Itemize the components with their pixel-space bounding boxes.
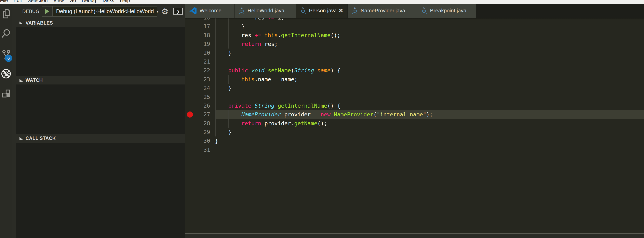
menu-go[interactable]: Go: [66, 0, 79, 4]
code-line-26: 26 private String getInternalName() {: [185, 101, 644, 110]
menu-file[interactable]: File: [0, 0, 11, 4]
code-line-content[interactable]: [215, 57, 644, 66]
menu-tasks[interactable]: Tasks: [99, 0, 117, 4]
tab-label: HelloWorld.java: [248, 8, 284, 14]
code-line-content[interactable]: return provider.getName();: [215, 119, 644, 128]
tab-breakpoint-java[interactable]: Breakpoint.java: [417, 4, 476, 18]
gutter[interactable]: 23: [185, 75, 215, 84]
gear-icon[interactable]: ⚙: [161, 7, 168, 16]
gutter[interactable]: 17: [185, 22, 215, 31]
section-body-watch: [16, 84, 185, 134]
menu-debug[interactable]: Debug: [79, 0, 99, 4]
code-line-16: 16 res += i;: [185, 18, 644, 22]
code-line-content[interactable]: }: [215, 84, 644, 92]
code-line-24: 24 }: [185, 84, 644, 92]
line-number: 24: [204, 85, 210, 91]
collapse-triangle-icon: [20, 79, 23, 82]
menu-bar: FileEditSelectionViewGoDebugTasksHelp: [0, 0, 644, 4]
indent-guide: [215, 101, 216, 110]
files-icon[interactable]: [0, 8, 12, 20]
code-line-content[interactable]: [215, 92, 644, 101]
gutter[interactable]: 31: [185, 146, 215, 154]
gutter[interactable]: 20: [185, 48, 215, 57]
gutter[interactable]: 26: [185, 101, 215, 110]
code-line-19: 19 return res;: [185, 40, 644, 48]
menu-items: FileEditSelectionViewGoDebugTasksHelp: [0, 0, 644, 4]
code-line-content[interactable]: private String getInternalName() {: [215, 101, 644, 110]
code-line-18: 18 res += this.getInternalName();: [185, 31, 644, 40]
search-icon[interactable]: [0, 28, 12, 39]
code-line-content[interactable]: res += i;: [215, 18, 644, 22]
section-header-call-stack[interactable]: CALL STACK: [12, 134, 185, 143]
menu-view[interactable]: View: [50, 0, 67, 4]
line-number: 19: [204, 41, 210, 47]
breakpoint-icon[interactable]: [187, 112, 193, 118]
code-line-27: 27 NameProvider provider = new NameProvi…: [185, 110, 644, 119]
collapse-triangle-icon: [20, 137, 23, 140]
gutter[interactable]: 19: [185, 40, 215, 48]
menu-edit[interactable]: Edit: [11, 0, 25, 4]
line-number: 28: [204, 120, 210, 126]
gutter[interactable]: 25: [185, 92, 215, 101]
code-line-31: 31: [185, 146, 644, 154]
close-icon[interactable]: ✕: [339, 8, 343, 14]
code-line-17: 17 }: [185, 22, 644, 31]
debug-config-dropdown[interactable]: Debug (Launch)-HelloWorld<HelloWorld ▼: [53, 6, 157, 16]
code-line-content[interactable]: }: [215, 136, 644, 145]
gutter[interactable]: 28: [185, 119, 215, 128]
line-number: 26: [204, 102, 210, 109]
menu-help[interactable]: Help: [117, 0, 132, 4]
line-number: 18: [204, 32, 210, 38]
line-number: 20: [204, 50, 210, 56]
java-icon: [352, 7, 358, 14]
gutter[interactable]: 30: [185, 136, 215, 145]
section-header-watch[interactable]: WATCH: [12, 76, 185, 84]
code-line-content[interactable]: return res;: [215, 40, 644, 48]
section-label: WATCH: [26, 78, 43, 83]
code-line-content[interactable]: NameProvider provider = new NameProvider…: [215, 110, 644, 119]
collapse-triangle-icon: [20, 22, 23, 24]
indent-guide: [242, 18, 242, 22]
code-line-content[interactable]: }: [215, 22, 644, 31]
editor-column: WelcomeHelloWorld.javaPerson.java✕NamePr…: [185, 4, 644, 238]
gutter[interactable]: 16: [185, 18, 215, 22]
section-header-variables[interactable]: VARIABLES: [12, 19, 185, 27]
code-editor[interactable]: 16 res += i;17 }18 res += this.getIntern…: [185, 18, 644, 233]
tab-helloworld-java[interactable]: HelloWorld.java: [234, 4, 296, 18]
code-line-content[interactable]: [215, 146, 644, 154]
code-line-content[interactable]: res += this.getInternalName();: [215, 31, 644, 40]
menu-selection[interactable]: Selection: [25, 0, 50, 4]
debug-config-value: Debug (Launch)-HelloWorld<HelloWorld: [56, 8, 154, 14]
java-icon: [238, 7, 245, 14]
tab-nameprovider-java[interactable]: NameProvider.java: [348, 4, 416, 18]
start-debug-button[interactable]: [42, 6, 53, 16]
debug-icon[interactable]: [0, 68, 12, 80]
tab-label: Breakpoint.java: [430, 8, 466, 14]
code-line-23: 23 this.name = name;: [185, 75, 644, 84]
source-control-icon[interactable]: 6: [0, 49, 12, 60]
indent-guide: [215, 31, 216, 40]
code-line-content[interactable]: }: [215, 48, 644, 57]
tab-label: NameProvider.java: [360, 8, 405, 14]
tab-welcome[interactable]: Welcome: [185, 4, 234, 18]
indent-guide: [215, 110, 216, 119]
indent-guide: [215, 75, 216, 84]
gutter[interactable]: 24: [185, 84, 215, 92]
extensions-icon[interactable]: [0, 88, 12, 100]
gutter[interactable]: 18: [185, 31, 215, 40]
gutter[interactable]: 21: [185, 57, 215, 66]
line-number: 23: [204, 76, 210, 82]
code-line-content[interactable]: public void setName(String name) {: [215, 66, 644, 75]
gutter[interactable]: 29: [185, 128, 215, 136]
gutter[interactable]: 22: [185, 66, 215, 75]
debug-console-icon[interactable]: ❯: [174, 8, 183, 15]
indent-guide: [228, 18, 229, 22]
code-line-content[interactable]: }: [215, 128, 644, 136]
line-number: 29: [204, 129, 210, 135]
tab-person-java[interactable]: Person.java✕: [296, 4, 347, 18]
code-line-content[interactable]: this.name = name;: [215, 75, 644, 84]
gutter[interactable]: 27: [185, 110, 215, 119]
code-line-30: 30}: [185, 136, 644, 145]
indent-guide: [215, 40, 216, 48]
section-label: VARIABLES: [26, 20, 53, 26]
